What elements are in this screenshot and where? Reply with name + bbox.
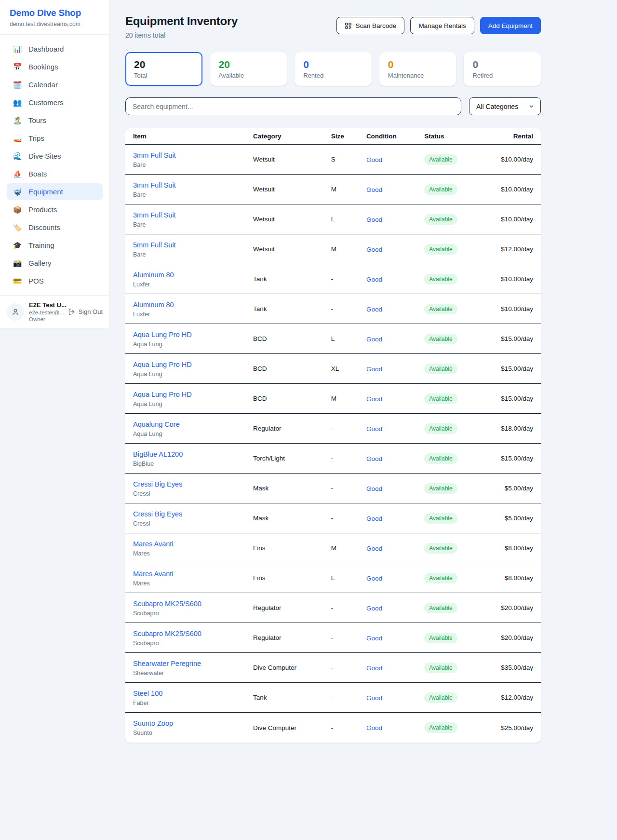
table-row: Aluminum 80 Luxfer Tank - Good Available…	[125, 294, 541, 324]
sidebar-item-label: Gallery	[28, 259, 52, 267]
condition-link[interactable]: Good	[366, 366, 382, 373]
stat-card[interactable]: 20 Available	[210, 52, 287, 86]
item-link[interactable]: Mares Avanti	[133, 540, 174, 548]
item-size: M	[331, 186, 366, 193]
table-row: Mares Avanti Mares Fins L Good Available…	[125, 563, 541, 593]
stat-card[interactable]: 20 Total	[125, 52, 202, 86]
item-size: -	[331, 305, 366, 312]
condition-link[interactable]: Good	[366, 156, 382, 163]
condition-link[interactable]: Good	[366, 306, 382, 313]
products-icon: 📦	[13, 206, 22, 213]
item-brand: Cressi	[133, 520, 253, 527]
rental-price: $10.00/day	[487, 275, 533, 283]
condition-link[interactable]: Good	[366, 575, 382, 582]
status-badge: Available	[424, 603, 457, 613]
sidebar-item-pos[interactable]: 💳 POS	[7, 272, 103, 289]
item-link[interactable]: Shearwater Peregrine	[133, 660, 201, 667]
item-link[interactable]: 5mm Full Suit	[133, 241, 176, 249]
sidebar-item-trips[interactable]: 🚤 Trips	[7, 130, 103, 147]
item-link[interactable]: Suunto Zoop	[133, 719, 173, 727]
sidebar-item-products[interactable]: 📦 Products	[7, 201, 103, 218]
condition-link[interactable]: Good	[366, 455, 382, 462]
stat-value: 0	[388, 59, 448, 70]
boats-icon: ⛵	[13, 170, 22, 177]
item-category: Wetsuit	[253, 156, 331, 163]
condition-link[interactable]: Good	[366, 216, 382, 223]
condition-link[interactable]: Good	[366, 724, 382, 732]
col-status: Status	[424, 133, 487, 140]
sidebar-item-label: POS	[28, 277, 44, 285]
sidebar-item-customers[interactable]: 👥 Customers	[7, 94, 103, 111]
item-link[interactable]: Aqualung Core	[133, 420, 180, 428]
item-link[interactable]: Aqua Lung Pro HD	[133, 391, 192, 398]
condition-link[interactable]: Good	[366, 635, 382, 642]
condition-link[interactable]: Good	[366, 395, 382, 403]
item-link[interactable]: BigBlue AL1200	[133, 450, 183, 458]
add-equipment-button[interactable]: Add Equipment	[480, 17, 541, 34]
sidebar-item-tours[interactable]: 🏝️ Tours	[7, 112, 103, 129]
sidebar-item-gallery[interactable]: 📸 Gallery	[7, 255, 103, 271]
sidebar-item-discounts[interactable]: 🏷️ Discounts	[7, 219, 103, 236]
item-link[interactable]: 3mm Full Suit	[133, 211, 176, 219]
item-link[interactable]: 3mm Full Suit	[133, 181, 176, 189]
condition-link[interactable]: Good	[366, 694, 382, 702]
rental-price: $20.00/day	[487, 634, 533, 641]
item-link[interactable]: Aqua Lung Pro HD	[133, 361, 192, 368]
item-link[interactable]: Scubapro MK25/S600	[133, 600, 201, 608]
stat-card[interactable]: 0 Maintenance	[379, 52, 456, 86]
condition-link[interactable]: Good	[366, 246, 382, 253]
page-title: Equipment Inventory	[125, 14, 238, 28]
item-link[interactable]: 3mm Full Suit	[133, 151, 176, 159]
condition-link[interactable]: Good	[366, 485, 382, 492]
condition-link[interactable]: Good	[366, 425, 382, 433]
sidebar-item-label: Customers	[28, 98, 64, 107]
sidebar-item-calendar[interactable]: 🗓️ Calendar	[7, 76, 103, 93]
condition-link[interactable]: Good	[366, 515, 382, 522]
table-row: Shearwater Peregrine Shearwater Dive Com…	[125, 653, 541, 683]
category-select[interactable]: All Categories	[469, 97, 541, 115]
avatar	[7, 303, 24, 321]
status-badge: Available	[424, 393, 457, 404]
table-row: Aqua Lung Pro HD Aqua Lung BCD M Good Av…	[125, 384, 541, 414]
item-brand: Aqua Lung	[133, 401, 253, 407]
item-size: -	[331, 724, 366, 732]
scan-barcode-button[interactable]: Scan Barcode	[336, 17, 405, 34]
item-link[interactable]: Aluminum 80	[133, 301, 174, 309]
sidebar-item-training[interactable]: 🎓 Training	[7, 237, 103, 254]
sidebar-item-dive-sites[interactable]: 🌊 Dive Sites	[7, 148, 103, 164]
manage-rentals-button[interactable]: Manage Rentals	[410, 17, 474, 34]
item-brand: Shearwater	[133, 670, 253, 677]
condition-link[interactable]: Good	[366, 276, 382, 283]
sidebar-item-boats[interactable]: ⛵ Boats	[7, 165, 103, 182]
search-input[interactable]	[125, 97, 461, 115]
item-size: -	[331, 425, 366, 432]
item-category: BCD	[253, 335, 331, 342]
sign-out-button[interactable]: Sign Out	[68, 308, 103, 315]
sidebar-item-equipment[interactable]: 🤿 Equipment	[7, 183, 103, 200]
brand-title[interactable]: Demo Dive Shop	[10, 8, 100, 18]
sidebar-item-bookings[interactable]: 📅 Bookings	[7, 58, 103, 75]
condition-link[interactable]: Good	[366, 605, 382, 612]
table-row: 3mm Full Suit Bare Wetsuit S Good Availa…	[125, 145, 541, 175]
item-link[interactable]: Mares Avanti	[133, 570, 174, 578]
item-link[interactable]: Steel 100	[133, 690, 162, 697]
stat-card[interactable]: 0 Retired	[464, 52, 541, 86]
condition-link[interactable]: Good	[366, 545, 382, 552]
item-link[interactable]: Scubapro MK25/S600	[133, 630, 201, 637]
item-size: S	[331, 156, 366, 163]
sidebar-item-label: Dive Sites	[28, 152, 61, 160]
manage-rentals-label: Manage Rentals	[418, 22, 466, 29]
rental-price: $10.00/day	[487, 156, 533, 163]
item-category: BCD	[253, 365, 331, 372]
item-link[interactable]: Cressi Big Eyes	[133, 510, 182, 518]
condition-link[interactable]: Good	[366, 664, 382, 672]
item-link[interactable]: Cressi Big Eyes	[133, 480, 182, 488]
item-link[interactable]: Aqua Lung Pro HD	[133, 331, 192, 339]
item-link[interactable]: Aluminum 80	[133, 271, 174, 279]
user-role: Owner	[29, 316, 63, 322]
stat-card[interactable]: 0 Rented	[295, 52, 372, 86]
status-badge: Available	[424, 423, 457, 434]
condition-link[interactable]: Good	[366, 336, 382, 343]
condition-link[interactable]: Good	[366, 186, 382, 193]
sidebar-item-dashboard[interactable]: 📊 Dashboard	[7, 41, 103, 57]
